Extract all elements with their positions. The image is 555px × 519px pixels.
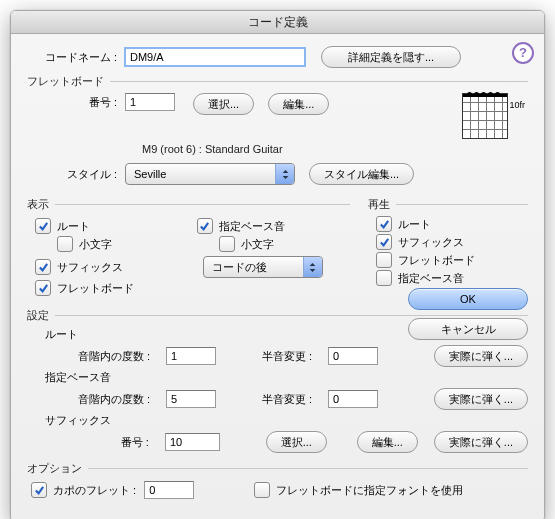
display-bass-checkbox[interactable] bbox=[197, 218, 213, 234]
capo-label: カポのフレット : bbox=[53, 483, 136, 498]
select-arrows-icon bbox=[275, 164, 294, 184]
display-bass-lowercase-checkbox[interactable] bbox=[219, 236, 235, 252]
suffix-number-input[interactable] bbox=[165, 433, 220, 451]
root-half-input[interactable] bbox=[328, 347, 378, 365]
ok-button[interactable]: OK bbox=[408, 288, 528, 310]
bass-degree-input[interactable] bbox=[166, 390, 216, 408]
fret-position-label: 10fr bbox=[509, 100, 525, 110]
select-arrows-icon bbox=[303, 257, 322, 277]
code-name-label: コードネーム : bbox=[27, 50, 117, 65]
use-font-label: フレットボードに指定フォントを使用 bbox=[276, 483, 463, 498]
display-section-title: 表示 bbox=[27, 197, 49, 212]
bass-degree-label: 音階内の度数 : bbox=[45, 392, 150, 407]
display-root-label: ルート bbox=[57, 219, 90, 234]
style-label: スタイル : bbox=[27, 167, 117, 182]
play-suffix-checkbox[interactable] bbox=[376, 234, 392, 250]
display-root-lowercase-label: 小文字 bbox=[79, 237, 112, 252]
display-root-lowercase-checkbox[interactable] bbox=[57, 236, 73, 252]
play-bass-checkbox[interactable] bbox=[376, 270, 392, 286]
fretboard-diagram: 10fr bbox=[462, 93, 508, 139]
capo-input[interactable] bbox=[144, 481, 194, 499]
play-suffix-label: サフィックス bbox=[398, 235, 464, 250]
fretboard-number-input[interactable] bbox=[125, 93, 175, 111]
chord-definition-dialog: コード定義 ? コードネーム : 詳細定義を隠す... フレットボード 番号 :… bbox=[10, 10, 545, 519]
fretboard-select-button[interactable]: 選択... bbox=[193, 93, 254, 115]
suffix-position-select[interactable]: コードの後 bbox=[203, 256, 323, 278]
settings-bass-label: 指定ベース音 bbox=[45, 370, 528, 385]
display-suffix-label: サフィックス bbox=[57, 260, 123, 275]
style-select-value: Seville bbox=[134, 168, 267, 180]
play-section-title: 再生 bbox=[368, 197, 390, 212]
suffix-play-button[interactable]: 実際に弾く... bbox=[434, 431, 528, 453]
bass-half-label: 半音変更 : bbox=[252, 392, 312, 407]
root-play-button[interactable]: 実際に弾く... bbox=[434, 345, 528, 367]
settings-section-title: 設定 bbox=[27, 308, 49, 323]
settings-suffix-label: サフィックス bbox=[45, 413, 528, 428]
display-fretboard-checkbox[interactable] bbox=[35, 280, 51, 296]
help-button[interactable]: ? bbox=[512, 42, 534, 64]
play-bass-label: 指定ベース音 bbox=[398, 271, 464, 286]
play-root-label: ルート bbox=[398, 217, 431, 232]
root-half-label: 半音変更 : bbox=[252, 349, 312, 364]
bass-play-button[interactable]: 実際に弾く... bbox=[434, 388, 528, 410]
play-root-checkbox[interactable] bbox=[376, 216, 392, 232]
display-fretboard-label: フレットボード bbox=[57, 281, 134, 296]
capo-checkbox[interactable] bbox=[31, 482, 47, 498]
bass-half-input[interactable] bbox=[328, 390, 378, 408]
play-fretboard-checkbox[interactable] bbox=[376, 252, 392, 268]
display-suffix-checkbox[interactable] bbox=[35, 259, 51, 275]
suffix-number-label: 番号 : bbox=[45, 435, 149, 450]
option-section-title: オプション bbox=[27, 461, 82, 476]
fretboard-edit-button[interactable]: 編集... bbox=[268, 93, 329, 115]
play-fretboard-label: フレットボード bbox=[398, 253, 475, 268]
suffix-select-button[interactable]: 選択... bbox=[266, 431, 327, 453]
display-root-checkbox[interactable] bbox=[35, 218, 51, 234]
hide-advanced-button[interactable]: 詳細定義を隠す... bbox=[321, 46, 461, 68]
window-title: コード定義 bbox=[248, 15, 308, 29]
root-degree-input[interactable] bbox=[166, 347, 216, 365]
style-select[interactable]: Seville bbox=[125, 163, 295, 185]
use-font-checkbox[interactable] bbox=[254, 482, 270, 498]
suffix-position-value: コードの後 bbox=[212, 260, 295, 275]
suffix-edit-button[interactable]: 編集... bbox=[357, 431, 418, 453]
fretboard-section-title: フレットボード bbox=[27, 74, 104, 89]
code-name-input[interactable] bbox=[125, 48, 305, 66]
fretboard-number-label: 番号 : bbox=[27, 93, 117, 110]
cancel-button[interactable]: キャンセル bbox=[408, 318, 528, 340]
display-bass-label: 指定ベース音 bbox=[219, 219, 285, 234]
titlebar: コード定義 bbox=[11, 11, 544, 34]
style-edit-button[interactable]: スタイル編集... bbox=[309, 163, 414, 185]
display-bass-lowercase-label: 小文字 bbox=[241, 237, 274, 252]
root-degree-label: 音階内の度数 : bbox=[45, 349, 150, 364]
fretboard-info: M9 (root 6) : Standard Guitar bbox=[142, 143, 283, 155]
